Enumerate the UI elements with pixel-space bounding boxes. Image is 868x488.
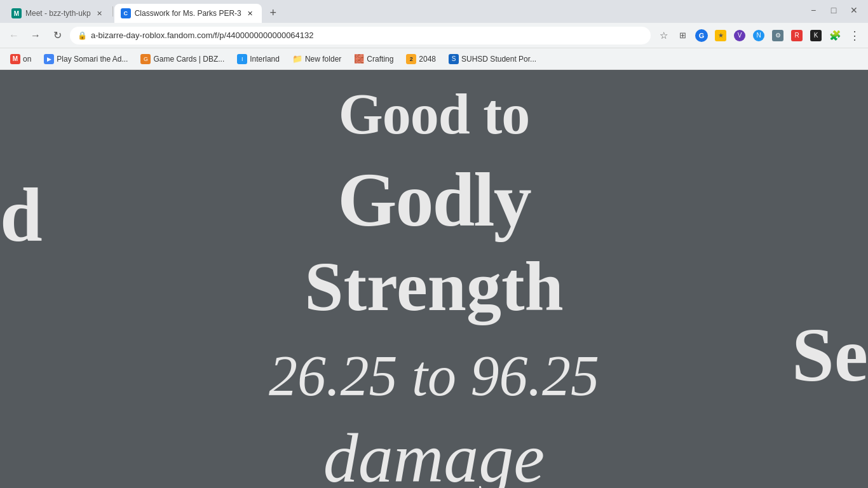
url-bar[interactable]: 🔒 a-bizarre-day-roblox.fandom.com/f/p/44… bbox=[70, 27, 651, 44]
bookmark-suhsd-icon: S bbox=[449, 54, 459, 64]
bookmark-2048-label: 2048 bbox=[419, 55, 436, 64]
tab-classwork-close[interactable]: ✕ bbox=[245, 8, 255, 18]
bookmark-dbz-label: Game Cards | DBZ... bbox=[153, 55, 224, 64]
extension-5[interactable]: R bbox=[788, 27, 806, 44]
window-controls: − □ ✕ bbox=[804, 1, 863, 19]
bookmark-interland[interactable]: I Interland bbox=[232, 51, 285, 67]
tab-meet-label: Meet - bzz-tyth-ukp bbox=[25, 9, 91, 18]
title-bar: M Meet - bzz-tyth-ukp ✕ C Classwork for … bbox=[0, 0, 868, 23]
damage-label-text: damage bbox=[323, 420, 545, 488]
maximize-button[interactable]: □ bbox=[825, 1, 843, 19]
tab-meet[interactable]: M Meet - bzz-tyth-ukp ✕ bbox=[5, 4, 111, 23]
bookmark-newfolder-icon: 📁 bbox=[292, 54, 302, 64]
bookmark-on[interactable]: M on bbox=[5, 51, 36, 67]
bookmark-on-icon: M bbox=[10, 54, 20, 64]
close-button[interactable]: ✕ bbox=[845, 1, 863, 19]
bookmarks-bar: M on ▶ Play Somari the Ad... G Game Card… bbox=[0, 48, 868, 70]
bookmark-crafting-icon: 🧱 bbox=[354, 54, 364, 64]
address-bar: ← → ↻ 🔒 a-bizarre-day-roblox.fandom.com/… bbox=[0, 23, 868, 48]
bookmark-crafting-label: Crafting bbox=[367, 55, 393, 64]
extension-puzzle[interactable]: 🧩 bbox=[826, 27, 844, 44]
page-text-container: Good to Godly Strength 26.25 to 96.25 da… bbox=[0, 70, 868, 488]
heading-strength: Strength bbox=[304, 248, 563, 325]
tab-meet-close[interactable]: ✕ bbox=[95, 8, 105, 18]
damage-range-text: 26.25 to 96.25 bbox=[269, 344, 599, 407]
bookmark-newfolder[interactable]: 📁 New folder bbox=[287, 51, 346, 67]
star-button[interactable]: ☆ bbox=[654, 27, 672, 44]
forward-button[interactable]: → bbox=[27, 27, 44, 44]
bookmark-suhsd[interactable]: S SUHSD Student Por... bbox=[444, 51, 541, 67]
extension-4[interactable]: ⚙ bbox=[769, 27, 787, 44]
url-text: a-bizarre-day-roblox.fandom.com/f/p/4400… bbox=[91, 30, 314, 40]
page-content: d Se Good to Godly Strength 26.25 to 96.… bbox=[0, 70, 868, 488]
tab-classwork-label: Classwork for Ms. Parks PER-3 bbox=[135, 9, 241, 18]
bookmark-2048[interactable]: 2 2048 bbox=[401, 51, 441, 67]
bookmark-crafting[interactable]: 🧱 Crafting bbox=[349, 51, 398, 67]
bookmark-somari-icon: ▶ bbox=[44, 54, 54, 64]
back-button[interactable]: ← bbox=[5, 27, 23, 44]
bookmark-dbz[interactable]: G Game Cards | DBZ... bbox=[135, 51, 229, 67]
lock-icon: 🔒 bbox=[78, 31, 87, 40]
bookmark-suhsd-label: SUHSD Student Por... bbox=[461, 55, 536, 64]
extension-2[interactable]: V bbox=[731, 27, 749, 44]
heading-good-to: Good to bbox=[339, 83, 530, 146]
bookmark-somari-label: Play Somari the Ad... bbox=[57, 55, 128, 64]
tab-classwork-favicon: C bbox=[121, 8, 131, 18]
bookmark-dbz-icon: G bbox=[140, 54, 151, 64]
extension-3[interactable]: N bbox=[750, 27, 768, 44]
minimize-button[interactable]: − bbox=[804, 1, 822, 19]
bookmark-interland-label: Interland bbox=[250, 55, 280, 64]
tab-meet-favicon: M bbox=[11, 8, 22, 18]
bookmark-newfolder-label: New folder bbox=[305, 55, 341, 64]
extension-6[interactable]: K bbox=[807, 27, 825, 44]
tab-divider-1 bbox=[112, 6, 113, 17]
google-lens-button[interactable]: ⊞ bbox=[674, 27, 691, 44]
profile-button[interactable]: G bbox=[693, 27, 710, 44]
browser-frame: M Meet - bzz-tyth-ukp ✕ C Classwork for … bbox=[0, 0, 868, 488]
bookmark-interland-icon: I bbox=[237, 54, 247, 64]
reload-button[interactable]: ↻ bbox=[48, 27, 66, 44]
heading-godly: Godly bbox=[337, 158, 530, 242]
new-tab-button[interactable]: + bbox=[264, 4, 282, 22]
address-actions: ☆ ⊞ G ★ V N ⚙ R K 🧩 ⋮ bbox=[654, 27, 863, 44]
more-options-button[interactable]: ⋮ bbox=[845, 27, 863, 44]
bookmark-2048-icon: 2 bbox=[406, 54, 416, 64]
bookmark-on-label: on bbox=[23, 55, 31, 64]
tab-classwork[interactable]: C Classwork for Ms. Parks PER-3 ✕ bbox=[114, 4, 262, 23]
bookmark-somari[interactable]: ▶ Play Somari the Ad... bbox=[39, 51, 133, 67]
extension-1[interactable]: ★ bbox=[712, 27, 729, 44]
